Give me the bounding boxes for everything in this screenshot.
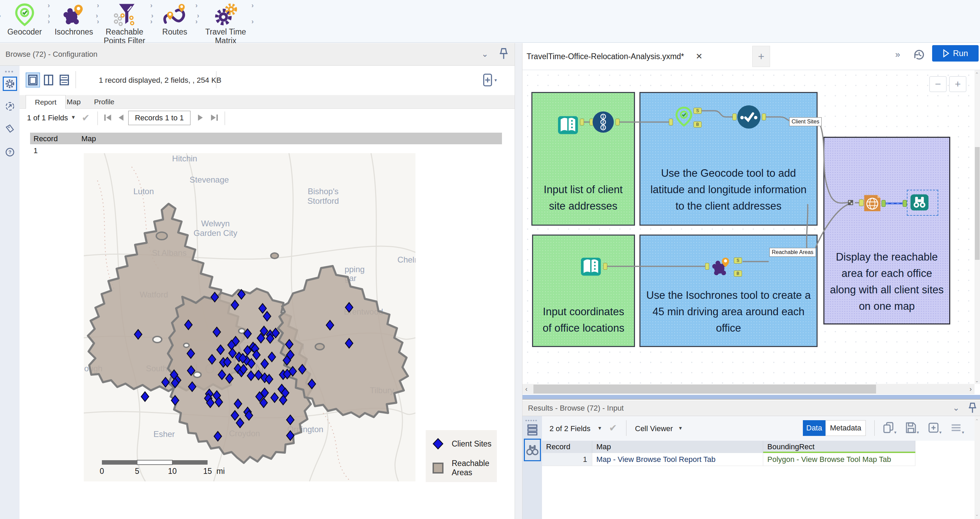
- more-tabs-icon[interactable]: »: [895, 49, 900, 60]
- close-tab-icon[interactable]: ✕: [696, 52, 703, 61]
- output-port[interactable]: [762, 113, 766, 120]
- history-icon[interactable]: [912, 48, 926, 63]
- reachable-area-island: [156, 232, 167, 240]
- zoom-out-button[interactable]: −: [929, 76, 947, 92]
- input-port[interactable]: [732, 113, 737, 120]
- browse-input-selector[interactable]: [524, 439, 541, 461]
- next-record-button[interactable]: [197, 113, 204, 123]
- panel-splitter[interactable]: [515, 43, 522, 519]
- fields-caret-icon[interactable]: ▼: [71, 114, 76, 120]
- input-port[interactable]: [903, 200, 907, 207]
- output-port[interactable]: [603, 263, 607, 270]
- geocoder-output-s-port[interactable]: S: [694, 108, 702, 114]
- layout-two-columns-button[interactable]: [41, 72, 56, 88]
- annotation-box-display-map[interactable]: Display the reachable area for each offi…: [823, 137, 950, 325]
- input-port[interactable]: [669, 119, 673, 126]
- input-port[interactable]: [705, 263, 709, 270]
- ribbon-tool-isochrones[interactable]: ››› Isochrones: [54, 2, 94, 36]
- cell-viewer-dropdown[interactable]: Cell Viewer: [635, 424, 673, 433]
- fields-selector[interactable]: 2 of 2 Fields: [549, 424, 590, 433]
- annotation-box-input-offices[interactable]: Input coordinates of office locations: [532, 234, 635, 347]
- scroll-right-icon[interactable]: ›: [969, 385, 972, 393]
- tab-profile[interactable]: Profile: [85, 95, 123, 109]
- results-divider[interactable]: [522, 395, 980, 400]
- legend-reachable-areas-swatch: [432, 462, 444, 474]
- browse-tool-selected[interactable]: [910, 193, 929, 214]
- cell-record[interactable]: 1: [542, 453, 592, 466]
- report-map-tool[interactable]: [863, 194, 881, 214]
- canvas-horizontal-scrollbar[interactable]: ‹ ›: [522, 384, 975, 394]
- configuration-gear-icon[interactable]: [3, 76, 17, 91]
- layout-single-pane-button[interactable]: [25, 72, 40, 88]
- output-port[interactable]: [580, 119, 584, 126]
- drag-dots[interactable]: •••: [5, 68, 14, 76]
- zoom-in-button[interactable]: +: [949, 76, 966, 92]
- workflow-tab[interactable]: TravelTime-Office-Relocation-Analysis.yx…: [527, 43, 703, 70]
- ribbon-tool-reachable-points-filter[interactable]: ››› Reachable Points Filter: [101, 2, 148, 45]
- column-header-boundingrect[interactable]: BoundingRect: [763, 441, 915, 453]
- last-record-button[interactable]: [210, 113, 218, 123]
- workflow-canvas[interactable]: Input list of client site addresses Use …: [522, 70, 975, 384]
- ribbon-tool-geocoder[interactable]: ››› Geocoder: [5, 2, 45, 36]
- canvas-vertical-scrollbar[interactable]: ⌃ ⌄: [975, 70, 980, 384]
- isochrones-tool[interactable]: [710, 255, 733, 279]
- scroll-left-icon[interactable]: ‹: [525, 385, 528, 393]
- tag-icon[interactable]: [3, 122, 17, 136]
- save-icon[interactable]: ▾: [905, 422, 919, 436]
- scroll-up-icon[interactable]: ⌃: [975, 418, 979, 423]
- apply-check-icon[interactable]: ✔: [609, 422, 617, 433]
- menu-lines-icon[interactable]: ▾: [950, 422, 964, 436]
- tab-map[interactable]: Map: [58, 95, 89, 109]
- column-header-record[interactable]: Record: [542, 441, 592, 453]
- collapse-chevron-icon[interactable]: ⌄: [953, 403, 959, 413]
- drag-dots[interactable]: •••••: [525, 417, 538, 423]
- column-header-map[interactable]: Map: [592, 441, 763, 453]
- layout-two-rows-button[interactable]: [57, 72, 72, 88]
- fields-selector[interactable]: 1 of 1 Fields: [27, 113, 68, 123]
- copy-icon[interactable]: ▾: [883, 422, 897, 436]
- scroll-down-icon[interactable]: ⌄: [975, 378, 979, 383]
- ribbon-tool-routes[interactable]: ››› Routes: [157, 2, 193, 36]
- rows-view-icon[interactable]: [527, 423, 538, 437]
- scrollbar-thumb[interactable]: [533, 385, 876, 393]
- collapse-chevron-icon[interactable]: ⌄: [482, 49, 488, 59]
- first-record-button[interactable]: [103, 113, 113, 123]
- cell-boundingrect[interactable]: Polygon - View Browse Tool Map Tab: [763, 453, 915, 466]
- geocoder-output-b-port[interactable]: B: [694, 121, 702, 127]
- results-vertical-scrollbar[interactable]: ⌃ ⌄: [975, 416, 980, 519]
- record-id-tool[interactable]: 123: [592, 111, 614, 135]
- open-results-icon[interactable]: [3, 99, 17, 113]
- cell-viewer-caret-icon[interactable]: ▼: [678, 425, 683, 431]
- verify-tool[interactable]: [737, 105, 761, 131]
- output-port[interactable]: [881, 200, 886, 207]
- wire-label-reachable-areas[interactable]: Reachable Areas: [769, 248, 816, 257]
- new-window-icon[interactable]: ▾: [928, 422, 942, 436]
- pin-icon[interactable]: [498, 47, 509, 62]
- help-icon[interactable]: ?: [3, 145, 17, 159]
- export-window-button[interactable]: ▾: [482, 73, 497, 87]
- cell-map[interactable]: Map - View Browse Tool Report Tab: [592, 453, 763, 466]
- fields-caret-icon[interactable]: ▼: [597, 425, 602, 431]
- run-button[interactable]: Run: [932, 45, 978, 62]
- isochrones-output-s-port[interactable]: S: [734, 258, 742, 264]
- scroll-up-icon[interactable]: ⌃: [975, 72, 979, 77]
- wire-label-client-sites[interactable]: Client Sites: [789, 117, 822, 126]
- isochrones-output-b-port[interactable]: B: [734, 271, 742, 277]
- scroll-down-icon[interactable]: ⌄: [975, 511, 979, 517]
- data-toggle-button[interactable]: Data: [803, 420, 826, 436]
- annotation-box-input-client-sites[interactable]: Input list of client site addresses: [531, 92, 635, 226]
- geocoder-tool[interactable]: [674, 106, 694, 128]
- output-port[interactable]: [616, 119, 620, 126]
- metadata-toggle-button[interactable]: Metadata: [826, 420, 866, 436]
- geocoder-icon: ›››: [5, 2, 45, 27]
- input-data-tool-client-sites[interactable]: [557, 114, 579, 137]
- records-range-box[interactable]: Records 1 to 1: [128, 111, 191, 125]
- scrollbar-thumb[interactable]: [975, 147, 980, 260]
- pin-icon[interactable]: [967, 402, 978, 416]
- new-tab-button[interactable]: +: [752, 46, 770, 67]
- annotation-box-geocode[interactable]: Use the Geocode tool to add latitude and…: [640, 92, 818, 226]
- previous-record-button[interactable]: [117, 113, 125, 123]
- input-data-tool-offices[interactable]: [580, 256, 601, 278]
- apply-check-icon[interactable]: ✔: [82, 112, 89, 123]
- ribbon-tool-travel-time-matrix[interactable]: ››› Travel Time Matrix: [202, 2, 249, 45]
